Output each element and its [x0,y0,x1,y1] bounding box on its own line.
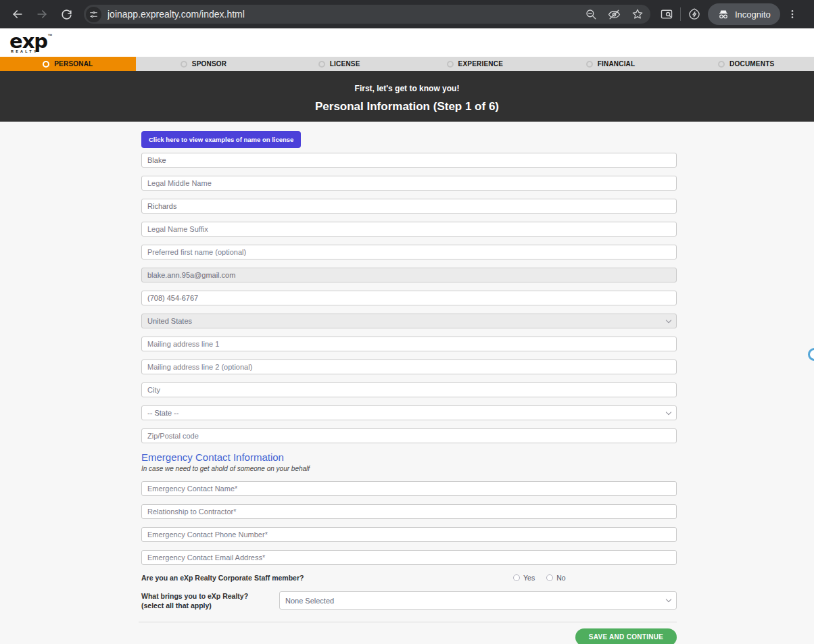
menu-button[interactable] [787,9,798,20]
accessibility-widget-icon[interactable] [808,348,814,361]
tab-license[interactable]: LICENSE [271,57,407,71]
license-examples-button[interactable]: Click here to view examples of name on l… [141,131,301,148]
step-circle-icon [718,61,725,68]
staff-member-yes-option[interactable]: Yes [513,574,535,582]
what-brings-select[interactable]: None Selected [279,591,677,610]
zip-input[interactable] [141,428,677,443]
search-tabs-button[interactable] [660,7,673,21]
emergency-phone-input[interactable] [141,527,677,542]
step-circle-icon [586,61,593,68]
site-info-button[interactable] [86,7,101,22]
staff-member-question-row: Are you an eXp Realty Corporate Staff me… [141,573,677,583]
legal-middle-name-input[interactable] [141,176,677,191]
state-select[interactable]: -- State -- [141,405,677,420]
staff-member-no-option[interactable]: No [546,574,565,582]
emergency-email-input[interactable] [141,550,677,565]
performance-button[interactable] [688,7,701,21]
chevron-down-icon [666,409,671,414]
staff-member-radio-group: Yes No [513,574,566,582]
zoom-out-icon [585,8,597,20]
mailing-address-1-input[interactable] [141,337,677,351]
mailing-address-2-input[interactable] [141,360,677,374]
incognito-badge[interactable]: Incognito [708,3,780,25]
what-brings-question-row: What brings you to eXp Realty? (select a… [141,591,677,610]
preferred-first-name-input[interactable] [141,245,677,259]
exp-realty-logo: exp™ REALTY [9,32,52,54]
password-hidden-button[interactable] [608,8,621,21]
country-select[interactable]: United States [141,314,677,328]
staff-member-question-label: Are you an eXp Realty Corporate Staff me… [141,573,513,583]
radio-icon[interactable] [546,574,553,581]
incognito-icon [717,8,729,20]
emergency-contact-subtext: In case we need to get ahold of someone … [141,465,677,472]
browser-toolbar: joinapp.exprealty.com/index.html [0,0,814,28]
incognito-label: Incognito [735,9,771,20]
bookmark-button[interactable] [631,8,644,20]
legal-last-name-input[interactable] [141,199,677,214]
toolbar-separator [680,7,681,21]
save-and-continue-button[interactable]: SAVE AND CONTINUE [575,628,677,644]
tab-financial[interactable]: FINANCIAL [543,57,679,71]
what-brings-question-label: What brings you to eXp Realty? (select a… [141,591,279,610]
step-circle-icon [43,61,49,68]
radio-icon[interactable] [513,574,520,581]
address-bar[interactable]: joinapp.exprealty.com/index.html [84,5,650,24]
site-settings-icon [89,10,98,19]
tab-experience[interactable]: EXPERIENCE [407,57,543,71]
page-title: Personal Information (Step 1 of 6) [0,100,814,114]
back-arrow-icon [11,7,24,21]
personal-info-form: Click here to view examples of name on l… [141,122,677,644]
legal-name-suffix-input[interactable] [141,222,677,237]
step-circle-icon [318,61,325,68]
side-panel-search-icon [660,7,673,21]
forward-arrow-icon [35,7,49,21]
emergency-contact-heading: Emergency Contact Information [141,451,677,463]
zoom-button[interactable] [585,8,597,20]
email-input[interactable] [141,268,677,282]
step-circle-icon [181,61,187,68]
step-header: First, let's get to know you! Personal I… [0,71,814,122]
energy-saver-icon [688,7,701,21]
legal-first-name-input[interactable] [141,153,677,168]
three-dot-menu-icon [787,9,798,20]
step-circle-icon [447,61,454,68]
emergency-name-input[interactable] [141,481,677,496]
star-icon [631,8,644,20]
reload-icon [60,8,73,21]
step-tabs: PERSONAL SPONSOR LICENSE EXPERIENCE FINA… [0,57,814,71]
tab-personal[interactable]: PERSONAL [0,57,136,71]
url-text[interactable]: joinapp.exprealty.com/index.html [107,9,585,20]
step-subtitle: First, let's get to know you! [0,71,814,93]
emergency-relationship-input[interactable] [141,504,677,519]
back-button[interactable] [7,3,28,25]
phone-input[interactable] [141,291,677,305]
site-header: exp™ REALTY [0,28,814,57]
chevron-down-icon [666,317,671,322]
forward-button[interactable] [31,3,53,25]
tab-sponsor[interactable]: SPONSOR [136,57,272,71]
eye-off-icon [608,8,621,21]
chevron-down-icon [666,597,671,602]
city-input[interactable] [141,382,677,397]
tab-documents[interactable]: DOCUMENTS [678,57,814,71]
reload-button[interactable] [55,3,77,25]
